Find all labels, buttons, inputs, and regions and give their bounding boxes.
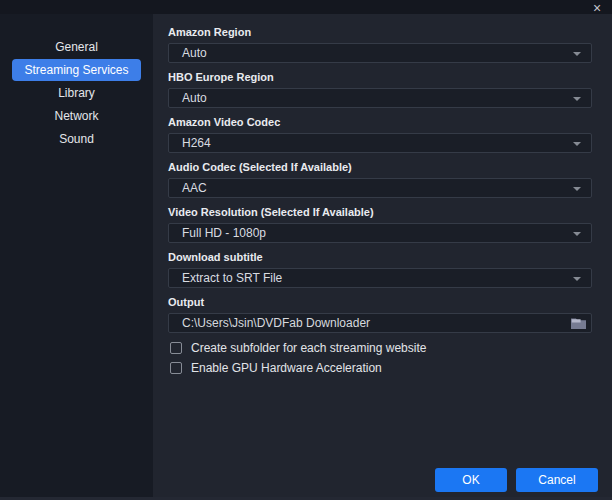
amazon-video-codec-select[interactable]: H264 xyxy=(168,133,592,153)
sidebar-item-network[interactable]: Network xyxy=(12,105,141,127)
download-subtitle-select[interactable]: Extract to SRT File xyxy=(168,268,592,288)
audio-codec-value: AAC xyxy=(182,181,207,195)
chevron-down-icon xyxy=(573,97,581,101)
output-path-field[interactable]: C:\Users\Jsin\DVDFab Downloader xyxy=(168,313,592,333)
browse-folder-button[interactable] xyxy=(571,317,586,329)
chevron-down-icon xyxy=(573,277,581,281)
checkbox-unchecked-icon[interactable] xyxy=(170,342,182,354)
output-label: Output xyxy=(168,296,592,308)
hbo-europe-region-select[interactable]: Auto xyxy=(168,88,592,108)
settings-content: Amazon Region Auto HBO Europe Region Aut… xyxy=(153,14,612,375)
chevron-down-icon xyxy=(573,142,581,146)
chevron-down-icon xyxy=(573,232,581,236)
amazon-region-select[interactable]: Auto xyxy=(168,43,592,63)
download-subtitle-value: Extract to SRT File xyxy=(182,271,282,285)
video-resolution-value: Full HD - 1080p xyxy=(182,226,266,240)
sidebar-item-streaming-services[interactable]: Streaming Services xyxy=(12,59,141,81)
create-subfolder-checkbox-row[interactable]: Create subfolder for each streaming webs… xyxy=(170,341,592,355)
enable-gpu-label: Enable GPU Hardware Acceleration xyxy=(191,361,382,375)
hbo-europe-region-value: Auto xyxy=(182,91,207,105)
sidebar-item-library[interactable]: Library xyxy=(12,82,141,104)
amazon-video-codec-value: H264 xyxy=(182,136,211,150)
ok-button[interactable]: OK xyxy=(435,468,507,492)
sidebar-item-sound[interactable]: Sound xyxy=(12,128,141,150)
cancel-button[interactable]: Cancel xyxy=(516,468,598,492)
settings-sidebar: General Streaming Services Library Netwo… xyxy=(0,14,153,500)
download-subtitle-label: Download subtitle xyxy=(168,251,592,263)
chevron-down-icon xyxy=(573,52,581,56)
title-bar xyxy=(0,0,612,14)
amazon-video-codec-label: Amazon Video Codec xyxy=(168,116,592,128)
chevron-down-icon xyxy=(573,187,581,191)
amazon-region-label: Amazon Region xyxy=(168,26,592,38)
sidebar-item-general[interactable]: General xyxy=(12,36,141,58)
audio-codec-label: Audio Codec (Selected If Available) xyxy=(168,161,592,173)
video-resolution-label: Video Resolution (Selected If Available) xyxy=(168,206,592,218)
checkbox-unchecked-icon[interactable] xyxy=(170,362,182,374)
output-path-value: C:\Users\Jsin\DVDFab Downloader xyxy=(182,316,370,330)
hbo-europe-region-label: HBO Europe Region xyxy=(168,71,592,83)
enable-gpu-checkbox-row[interactable]: Enable GPU Hardware Acceleration xyxy=(170,361,592,375)
audio-codec-select[interactable]: AAC xyxy=(168,178,592,198)
settings-panel: Amazon Region Auto HBO Europe Region Aut… xyxy=(153,14,612,500)
video-resolution-select[interactable]: Full HD - 1080p xyxy=(168,223,592,243)
folder-icon xyxy=(571,317,586,329)
amazon-region-value: Auto xyxy=(182,46,207,60)
create-subfolder-label: Create subfolder for each streaming webs… xyxy=(191,341,426,355)
